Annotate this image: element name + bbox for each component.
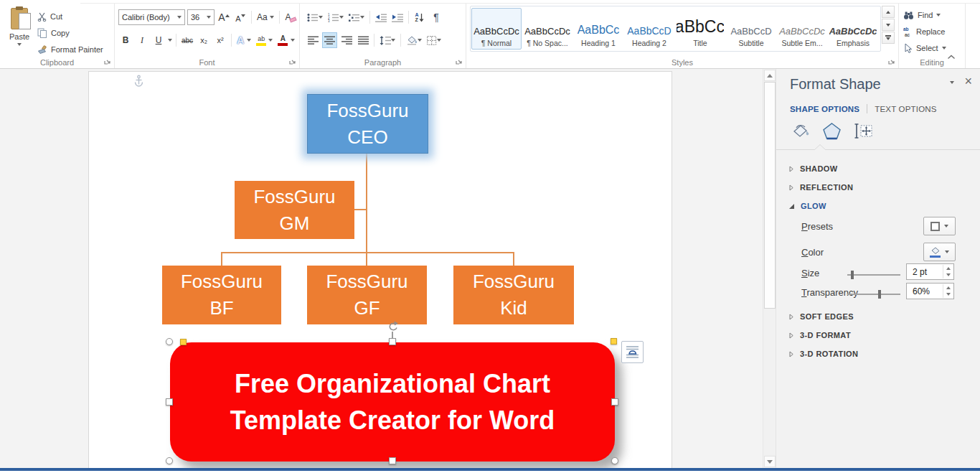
shading-button[interactable] [405,32,423,48]
panel-menu-arrow[interactable] [950,81,954,84]
font-dialog-launcher[interactable] [288,57,297,66]
line-spacing-button[interactable] [378,32,397,48]
section-3d-format[interactable]: 3-D FORMAT [788,331,851,339]
style-no-spacing[interactable]: AaBbCcDc¶ No Spac... [522,8,573,50]
scrollbar-thumb[interactable] [764,82,776,309]
resize-handle-mid-left[interactable] [166,398,173,406]
size-slider-thumb[interactable] [851,271,854,279]
shrink-font-button[interactable]: A [233,9,248,25]
style-emphasis[interactable]: AaBbCcDcEmphasis [828,8,878,50]
resize-handle-top-center[interactable] [389,338,396,345]
org-node-kid[interactable]: FossGuru Kid [453,266,574,324]
resize-handle-bottom-right[interactable] [611,457,618,464]
paste-dropdown-arrow[interactable] [17,43,22,46]
bf-line2: BF [209,295,233,322]
section-soft-edges[interactable]: SOFT EDGES [788,312,854,321]
justify-button[interactable] [356,32,370,48]
effects-icon[interactable] [822,122,842,140]
styles-scroll-down-button[interactable] [882,19,895,31]
resize-handle-mid-right[interactable] [611,398,618,406]
sort-button[interactable]: AZ [413,9,427,25]
glow-size-spinner[interactable]: 2 pt [906,263,954,280]
style-subtitle[interactable]: AaBbCcDSubtitle [726,8,776,50]
scroll-down-button[interactable] [764,456,776,467]
section-glow[interactable]: GLOW [788,202,826,210]
document-canvas[interactable]: FossGuru CEO FossGuru GM FossGuru BF Fos… [0,69,763,468]
borders-button[interactable] [425,32,443,48]
size-spin-arrows[interactable] [943,265,953,278]
styles-dialog-launcher[interactable] [887,57,896,66]
layout-options-button[interactable] [621,341,644,363]
fill-line-icon[interactable] [791,122,810,140]
style-subtle-emphasis[interactable]: AaBbCcDcSubtle Em... [777,8,827,50]
glow-transparency-spinner[interactable]: 60% [906,283,954,299]
transparency-spin-arrows[interactable] [943,284,953,298]
select-button[interactable]: Select [903,41,946,55]
org-node-bf[interactable]: FossGuru BF [162,266,281,324]
styles-scroll-up-button[interactable] [882,6,895,18]
section-reflection[interactable]: REFLECTION [788,183,853,192]
superscript-button[interactable]: x² [213,32,227,48]
style-normal[interactable]: AaBbCcDc¶ Normal [471,8,522,50]
paste-button[interactable]: Paste [4,6,34,60]
collapse-ribbon-button[interactable] [947,55,956,60]
panel-close-button[interactable]: × [964,75,972,88]
grow-font-button[interactable]: A [217,9,231,25]
replace-button[interactable]: abac Replace [903,24,945,39]
strikethrough-button[interactable]: abc [180,32,194,48]
bullets-button[interactable] [306,9,324,25]
find-button[interactable]: Find [903,8,941,22]
numbering-button[interactable]: 123 [326,9,345,25]
scroll-up-button[interactable] [764,70,776,81]
font-color-button[interactable]: A [276,32,296,48]
format-painter-button[interactable]: Format Painter [37,42,103,57]
banner-shape[interactable]: Free Organizational Chart Template Creat… [170,342,615,462]
org-node-ceo[interactable]: FossGuru CEO [307,94,428,154]
highlight-button[interactable]: ab [255,32,274,48]
adjust-handle-right[interactable] [611,338,617,345]
clear-formatting-button[interactable]: A [283,9,298,25]
text-effects-button[interactable]: A [235,32,253,48]
rotate-handle[interactable] [386,321,399,332]
glow-presets-button[interactable] [923,217,956,235]
change-case-button[interactable]: Aa [255,9,275,25]
tab-shape-options[interactable]: SHAPE OPTIONS [790,105,859,113]
align-center-button[interactable] [322,32,337,48]
transparency-slider-thumb[interactable] [878,290,881,299]
glow-color-button[interactable] [923,243,956,261]
styles-more-button[interactable] [882,32,895,44]
align-left-button[interactable] [306,32,320,48]
glow-size-slider[interactable] [847,274,900,276]
section-3d-rotation[interactable]: 3-D ROTATION [788,350,858,358]
tab-text-options[interactable]: TEXT OPTIONS [875,105,937,113]
show-paragraph-marks-button[interactable]: ¶ [429,9,443,25]
font-family-select[interactable]: Calibri (Body) [118,9,185,25]
multilevel-list-button[interactable] [347,9,366,25]
cut-button[interactable]: Cut [37,9,62,24]
style-title[interactable]: AaBbCcDTitle [675,8,725,50]
glow-transparency-slider[interactable] [847,294,900,295]
layout-properties-icon[interactable] [854,122,873,140]
resize-handle-bottom-left[interactable] [166,457,173,464]
copy-button[interactable]: Copy [37,26,70,40]
org-node-gm[interactable]: FossGuru GM [235,181,354,239]
underline-button[interactable]: U [151,32,166,48]
underline-arrow[interactable] [168,39,172,42]
italic-button[interactable]: I [135,32,149,48]
style-heading1[interactable]: AaBbCcHeading 1 [573,8,623,50]
font-size-select[interactable]: 36 [187,9,215,25]
subscript-button[interactable]: x₂ [197,32,211,48]
increase-indent-button[interactable] [390,9,405,25]
org-node-gf[interactable]: FossGuru GF [307,266,427,324]
vertical-scrollbar[interactable] [763,69,776,468]
style-heading2[interactable]: AaBbCcDHeading 2 [624,8,674,50]
resize-handle-bottom-center[interactable] [389,457,396,464]
align-right-button[interactable] [339,32,354,48]
clipboard-dialog-launcher[interactable] [103,57,112,66]
resize-handle-top-left[interactable] [166,338,173,345]
paragraph-dialog-launcher[interactable] [455,57,463,66]
bold-button[interactable]: B [118,32,133,48]
section-shadow[interactable]: SHADOW [788,164,838,173]
decrease-indent-button[interactable] [374,9,388,25]
adjust-handle-left[interactable] [180,339,187,345]
